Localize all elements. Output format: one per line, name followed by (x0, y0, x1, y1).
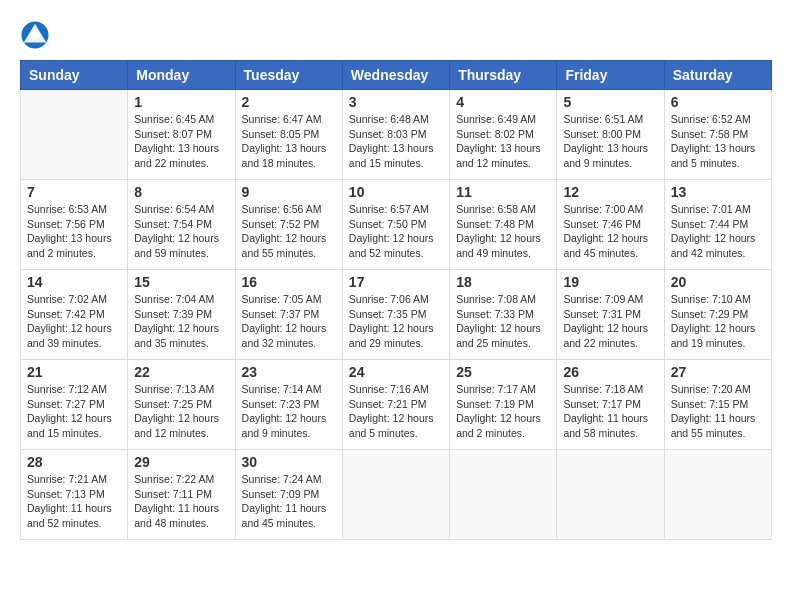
day-info: Sunrise: 7:04 AMSunset: 7:39 PMDaylight:… (134, 292, 228, 351)
day-info: Sunrise: 7:00 AMSunset: 7:46 PMDaylight:… (563, 202, 657, 261)
calendar-day-cell: 17Sunrise: 7:06 AMSunset: 7:35 PMDayligh… (342, 270, 449, 360)
day-number: 28 (27, 454, 121, 470)
day-of-week-header: Wednesday (342, 61, 449, 90)
day-info: Sunrise: 7:09 AMSunset: 7:31 PMDaylight:… (563, 292, 657, 351)
day-number: 30 (242, 454, 336, 470)
day-number: 27 (671, 364, 765, 380)
calendar-day-cell: 10Sunrise: 6:57 AMSunset: 7:50 PMDayligh… (342, 180, 449, 270)
day-number: 19 (563, 274, 657, 290)
calendar-day-cell: 19Sunrise: 7:09 AMSunset: 7:31 PMDayligh… (557, 270, 664, 360)
day-number: 14 (27, 274, 121, 290)
calendar-day-cell: 16Sunrise: 7:05 AMSunset: 7:37 PMDayligh… (235, 270, 342, 360)
day-info: Sunrise: 7:24 AMSunset: 7:09 PMDaylight:… (242, 472, 336, 531)
day-of-week-header: Monday (128, 61, 235, 90)
calendar-day-cell: 30Sunrise: 7:24 AMSunset: 7:09 PMDayligh… (235, 450, 342, 540)
calendar-day-cell: 4Sunrise: 6:49 AMSunset: 8:02 PMDaylight… (450, 90, 557, 180)
calendar-day-cell: 5Sunrise: 6:51 AMSunset: 8:00 PMDaylight… (557, 90, 664, 180)
day-info: Sunrise: 7:14 AMSunset: 7:23 PMDaylight:… (242, 382, 336, 441)
calendar-table: SundayMondayTuesdayWednesdayThursdayFrid… (20, 60, 772, 540)
day-info: Sunrise: 6:57 AMSunset: 7:50 PMDaylight:… (349, 202, 443, 261)
day-info: Sunrise: 6:54 AMSunset: 7:54 PMDaylight:… (134, 202, 228, 261)
day-info: Sunrise: 7:20 AMSunset: 7:15 PMDaylight:… (671, 382, 765, 441)
calendar-day-cell: 15Sunrise: 7:04 AMSunset: 7:39 PMDayligh… (128, 270, 235, 360)
day-number: 9 (242, 184, 336, 200)
day-info: Sunrise: 7:18 AMSunset: 7:17 PMDaylight:… (563, 382, 657, 441)
calendar-day-cell (664, 450, 771, 540)
svg-point-2 (31, 31, 40, 40)
day-number: 12 (563, 184, 657, 200)
day-number: 6 (671, 94, 765, 110)
calendar-day-cell: 21Sunrise: 7:12 AMSunset: 7:27 PMDayligh… (21, 360, 128, 450)
day-info: Sunrise: 7:08 AMSunset: 7:33 PMDaylight:… (456, 292, 550, 351)
day-info: Sunrise: 7:17 AMSunset: 7:19 PMDaylight:… (456, 382, 550, 441)
day-info: Sunrise: 6:45 AMSunset: 8:07 PMDaylight:… (134, 112, 228, 171)
day-of-week-header: Sunday (21, 61, 128, 90)
day-number: 16 (242, 274, 336, 290)
day-number: 10 (349, 184, 443, 200)
calendar-day-cell: 11Sunrise: 6:58 AMSunset: 7:48 PMDayligh… (450, 180, 557, 270)
day-number: 3 (349, 94, 443, 110)
logo (20, 20, 54, 50)
day-info: Sunrise: 6:49 AMSunset: 8:02 PMDaylight:… (456, 112, 550, 171)
day-info: Sunrise: 7:02 AMSunset: 7:42 PMDaylight:… (27, 292, 121, 351)
day-info: Sunrise: 6:52 AMSunset: 7:58 PMDaylight:… (671, 112, 765, 171)
calendar-day-cell: 18Sunrise: 7:08 AMSunset: 7:33 PMDayligh… (450, 270, 557, 360)
day-number: 11 (456, 184, 550, 200)
calendar-week-row: 28Sunrise: 7:21 AMSunset: 7:13 PMDayligh… (21, 450, 772, 540)
day-info: Sunrise: 7:05 AMSunset: 7:37 PMDaylight:… (242, 292, 336, 351)
calendar-day-cell (342, 450, 449, 540)
calendar-week-row: 7Sunrise: 6:53 AMSunset: 7:56 PMDaylight… (21, 180, 772, 270)
day-info: Sunrise: 6:51 AMSunset: 8:00 PMDaylight:… (563, 112, 657, 171)
day-number: 5 (563, 94, 657, 110)
calendar-week-row: 14Sunrise: 7:02 AMSunset: 7:42 PMDayligh… (21, 270, 772, 360)
day-number: 15 (134, 274, 228, 290)
calendar-week-row: 1Sunrise: 6:45 AMSunset: 8:07 PMDaylight… (21, 90, 772, 180)
day-info: Sunrise: 6:56 AMSunset: 7:52 PMDaylight:… (242, 202, 336, 261)
calendar-day-cell: 3Sunrise: 6:48 AMSunset: 8:03 PMDaylight… (342, 90, 449, 180)
day-number: 22 (134, 364, 228, 380)
calendar-day-cell: 8Sunrise: 6:54 AMSunset: 7:54 PMDaylight… (128, 180, 235, 270)
day-number: 20 (671, 274, 765, 290)
day-of-week-header: Tuesday (235, 61, 342, 90)
calendar-day-cell: 2Sunrise: 6:47 AMSunset: 8:05 PMDaylight… (235, 90, 342, 180)
day-number: 7 (27, 184, 121, 200)
day-info: Sunrise: 7:21 AMSunset: 7:13 PMDaylight:… (27, 472, 121, 531)
calendar-day-cell: 6Sunrise: 6:52 AMSunset: 7:58 PMDaylight… (664, 90, 771, 180)
day-info: Sunrise: 7:16 AMSunset: 7:21 PMDaylight:… (349, 382, 443, 441)
day-info: Sunrise: 7:06 AMSunset: 7:35 PMDaylight:… (349, 292, 443, 351)
day-info: Sunrise: 7:22 AMSunset: 7:11 PMDaylight:… (134, 472, 228, 531)
day-number: 24 (349, 364, 443, 380)
day-info: Sunrise: 7:13 AMSunset: 7:25 PMDaylight:… (134, 382, 228, 441)
day-number: 2 (242, 94, 336, 110)
calendar-day-cell: 9Sunrise: 6:56 AMSunset: 7:52 PMDaylight… (235, 180, 342, 270)
calendar-day-cell: 20Sunrise: 7:10 AMSunset: 7:29 PMDayligh… (664, 270, 771, 360)
day-number: 1 (134, 94, 228, 110)
day-of-week-header: Thursday (450, 61, 557, 90)
calendar-day-cell: 23Sunrise: 7:14 AMSunset: 7:23 PMDayligh… (235, 360, 342, 450)
calendar-day-cell: 1Sunrise: 6:45 AMSunset: 8:07 PMDaylight… (128, 90, 235, 180)
calendar-day-cell: 25Sunrise: 7:17 AMSunset: 7:19 PMDayligh… (450, 360, 557, 450)
calendar-day-cell: 24Sunrise: 7:16 AMSunset: 7:21 PMDayligh… (342, 360, 449, 450)
day-number: 13 (671, 184, 765, 200)
day-of-week-header: Friday (557, 61, 664, 90)
calendar-day-cell: 27Sunrise: 7:20 AMSunset: 7:15 PMDayligh… (664, 360, 771, 450)
day-number: 18 (456, 274, 550, 290)
calendar-day-cell: 29Sunrise: 7:22 AMSunset: 7:11 PMDayligh… (128, 450, 235, 540)
calendar-day-cell: 26Sunrise: 7:18 AMSunset: 7:17 PMDayligh… (557, 360, 664, 450)
calendar-day-cell: 7Sunrise: 6:53 AMSunset: 7:56 PMDaylight… (21, 180, 128, 270)
day-number: 8 (134, 184, 228, 200)
day-info: Sunrise: 7:10 AMSunset: 7:29 PMDaylight:… (671, 292, 765, 351)
day-info: Sunrise: 7:12 AMSunset: 7:27 PMDaylight:… (27, 382, 121, 441)
calendar-day-cell: 28Sunrise: 7:21 AMSunset: 7:13 PMDayligh… (21, 450, 128, 540)
day-number: 25 (456, 364, 550, 380)
calendar-header-row: SundayMondayTuesdayWednesdayThursdayFrid… (21, 61, 772, 90)
day-info: Sunrise: 6:48 AMSunset: 8:03 PMDaylight:… (349, 112, 443, 171)
day-info: Sunrise: 6:53 AMSunset: 7:56 PMDaylight:… (27, 202, 121, 261)
logo-icon (20, 20, 50, 50)
calendar-day-cell: 13Sunrise: 7:01 AMSunset: 7:44 PMDayligh… (664, 180, 771, 270)
calendar-day-cell (557, 450, 664, 540)
day-number: 4 (456, 94, 550, 110)
page-header (20, 20, 772, 50)
calendar-week-row: 21Sunrise: 7:12 AMSunset: 7:27 PMDayligh… (21, 360, 772, 450)
day-number: 23 (242, 364, 336, 380)
